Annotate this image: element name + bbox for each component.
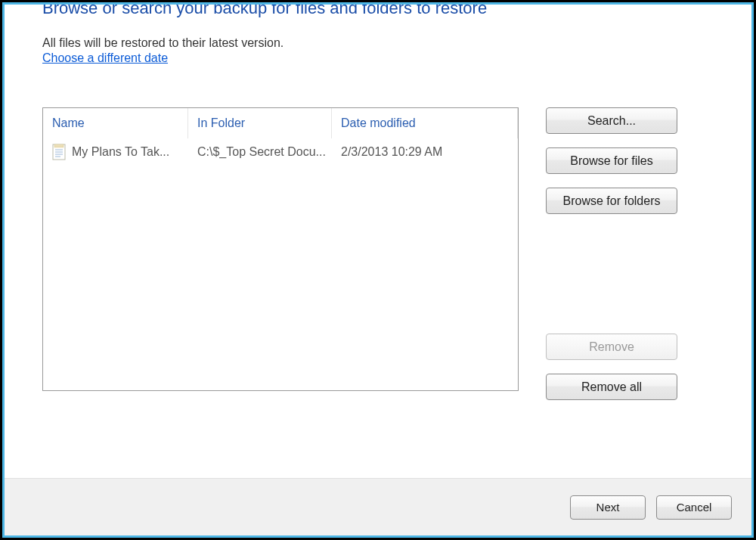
table-row[interactable]: My Plans To Tak... C:\$_Top Secret Docu.… [43,138,518,166]
choose-date-link[interactable]: Choose a different date [42,51,168,64]
svg-point-4 [57,145,58,146]
text-file-icon [52,144,66,160]
svg-point-3 [56,145,57,146]
cancel-button[interactable]: Cancel [656,495,732,520]
main-row: Name In Folder Date modified [42,107,714,400]
cell-date: 2/3/2013 10:29 AM [332,145,518,159]
column-header-folder[interactable]: In Folder [188,108,332,138]
browse-folders-button[interactable]: Browse for folders [546,188,677,214]
svg-rect-1 [54,144,64,147]
wizard-footer: Next Cancel [5,478,751,535]
button-gap [546,228,677,334]
search-button[interactable]: Search... [546,107,677,134]
list-header: Name In Folder Date modified [43,108,518,138]
window-body: Browse or search your backup for files a… [5,5,751,535]
window-frame: Browse or search your backup for files a… [0,0,756,540]
svg-point-5 [59,145,60,146]
column-header-date[interactable]: Date modified [332,108,518,138]
cell-name: My Plans To Tak... [43,144,188,160]
browse-files-button[interactable]: Browse for files [546,147,677,174]
svg-point-2 [54,145,55,146]
cell-folder: C:\$_Top Secret Docu... [188,145,332,159]
cell-name-text: My Plans To Tak... [72,145,169,159]
restore-description: All files will be restored to their late… [42,36,714,50]
remove-all-button[interactable]: Remove all [546,374,677,400]
content-area: Browse or search your backup for files a… [5,5,751,478]
svg-point-6 [60,145,61,146]
side-buttons: Search... Browse for files Browse for fo… [546,107,677,400]
file-list[interactable]: Name In Folder Date modified [42,107,519,391]
page-title: Browse or search your backup for files a… [42,5,714,18]
next-button[interactable]: Next [570,495,646,520]
svg-point-7 [62,145,63,146]
remove-button: Remove [546,334,677,360]
column-header-name[interactable]: Name [43,108,188,138]
